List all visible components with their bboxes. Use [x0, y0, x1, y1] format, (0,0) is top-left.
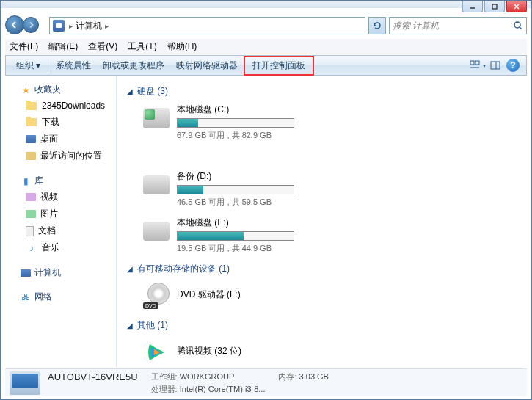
command-bar: 组织 ▾ 系统属性 卸载或更改程序 映射网络驱动器 打开控制面板 ▾ ? — [5, 55, 527, 76]
maximize-button[interactable] — [484, 1, 505, 12]
collapse-icon: ◢ — [127, 321, 133, 330]
dvd-icon: DVD — [143, 283, 170, 309]
svg-rect-7 — [475, 61, 479, 65]
menu-view[interactable]: 查看(V) — [84, 39, 122, 54]
computer-name: AUTOBVT-16VRE5U — [48, 371, 138, 382]
folder-icon — [26, 118, 37, 126]
svg-point-4 — [514, 22, 520, 28]
star-icon: ★ — [20, 84, 32, 96]
svg-rect-6 — [470, 61, 474, 65]
preview-pane-button[interactable] — [487, 57, 504, 73]
sidebar-item-pictures[interactable]: 图片 — [5, 206, 116, 222]
chevron-right-icon: ▸ — [69, 22, 73, 30]
sidebar-network-header[interactable]: 🖧 网络 — [5, 289, 116, 305]
recent-icon — [26, 152, 36, 160]
collapse-icon: ◢ — [127, 265, 133, 273]
content-pane: ◢硬盘 (3) 本地磁盘 (C:) 67.9 GB 可用 , 共 82.9 GB… — [117, 76, 527, 367]
menu-edit[interactable]: 编辑(E) — [44, 39, 82, 54]
computer-large-icon — [10, 371, 40, 395]
svg-rect-8 — [491, 62, 500, 69]
drive-d[interactable]: 备份 (D:) 46.5 GB 可用 , 共 59.5 GB — [142, 170, 318, 208]
picture-icon — [26, 210, 36, 218]
dvd-drive[interactable]: DVD DVD 驱动器 (F:) — [142, 281, 318, 310]
organize-button[interactable]: 组织 ▾ — [10, 57, 46, 75]
sidebar-favorites-header[interactable]: ★ 收藏夹 — [5, 82, 116, 98]
tencent-video-icon — [144, 340, 169, 365]
separator — [48, 59, 48, 72]
sidebar-computer-header[interactable]: 计算机 — [5, 265, 116, 280]
section-removable[interactable]: ◢有可移动存储的设备 (1) — [127, 263, 517, 275]
document-icon — [26, 226, 34, 236]
map-network-drive-button[interactable]: 映射网络驱动器 — [170, 57, 244, 75]
system-drive-icon — [143, 108, 170, 128]
system-properties-button[interactable]: 系统属性 — [50, 57, 97, 75]
help-icon: ? — [506, 59, 520, 72]
tencent-video-item[interactable]: 腾讯视频 (32 位) — [142, 338, 318, 367]
drive-icon — [143, 175, 170, 194]
video-icon — [26, 193, 36, 201]
desktop-icon — [26, 135, 36, 143]
menu-bar: 文件(F) 编辑(E) 查看(V) 工具(T) 帮助(H) — [5, 39, 527, 54]
capacity-bar — [177, 185, 294, 194]
collapse-icon: ◢ — [127, 87, 133, 95]
library-icon: ▮ — [20, 175, 32, 187]
sidebar-libraries-header[interactable]: ▮ 库 — [5, 173, 116, 189]
folder-icon — [26, 102, 37, 110]
sidebar-item-recent[interactable]: 最近访问的位置 — [5, 148, 116, 164]
drive-e[interactable]: 本地磁盘 (E:) 19.5 GB 可用 , 共 44.9 GB — [142, 217, 318, 254]
svg-rect-1 — [492, 4, 497, 9]
back-button[interactable] — [5, 15, 24, 34]
network-icon: 🖧 — [20, 291, 32, 303]
forward-button[interactable] — [23, 17, 39, 33]
navigation-pane: ★ 收藏夹 2345Downloads 下载 桌面 最近访问的位置 ▮ 库 视频… — [5, 76, 117, 367]
breadcrumb[interactable]: ▸ 计算机 ▸ — [69, 20, 109, 32]
minimize-button[interactable] — [462, 1, 483, 12]
details-pane: AUTOBVT-16VRE5U 工作组: WORKGROUP 内存: 3.03 … — [5, 368, 527, 396]
svg-line-5 — [520, 27, 522, 29]
drive-c[interactable]: 本地磁盘 (C:) 67.9 GB 可用 , 共 82.9 GB — [142, 103, 318, 141]
sidebar-item-videos[interactable]: 视频 — [5, 189, 116, 206]
open-control-panel-button[interactable]: 打开控制面板 — [244, 56, 314, 76]
breadcrumb-item[interactable]: 计算机 — [76, 20, 102, 32]
search-placeholder: 搜索 计算机 — [393, 20, 439, 32]
search-input[interactable]: 搜索 计算机 — [389, 17, 527, 34]
menu-help[interactable]: 帮助(H) — [163, 39, 202, 54]
capacity-bar — [177, 118, 294, 128]
menu-tools[interactable]: 工具(T) — [123, 39, 161, 54]
computer-icon — [53, 20, 65, 32]
drive-icon — [143, 222, 170, 241]
search-icon — [513, 21, 523, 31]
sidebar-item-2345downloads[interactable]: 2345Downloads — [5, 98, 116, 114]
computer-icon — [21, 269, 31, 277]
menu-file[interactable]: 文件(F) — [5, 39, 43, 54]
refresh-button[interactable] — [368, 17, 386, 34]
sidebar-item-downloads[interactable]: 下载 — [5, 114, 116, 131]
sidebar-item-music[interactable]: ♪音乐 — [5, 239, 116, 256]
help-button[interactable]: ? — [504, 57, 522, 73]
uninstall-programs-button[interactable]: 卸载或更改程序 — [97, 57, 170, 75]
music-icon: ♪ — [26, 242, 37, 254]
capacity-bar — [177, 231, 294, 241]
section-hard-disks[interactable]: ◢硬盘 (3) — [127, 85, 517, 98]
view-options-button[interactable]: ▾ — [469, 57, 487, 73]
address-bar[interactable]: ▸ 计算机 ▸ — [49, 17, 365, 34]
chevron-right-icon: ▸ — [105, 22, 109, 30]
close-button[interactable] — [506, 1, 527, 12]
sidebar-item-documents[interactable]: 文档 — [5, 222, 116, 239]
sidebar-item-desktop[interactable]: 桌面 — [5, 131, 116, 148]
section-other[interactable]: ◢其他 (1) — [127, 319, 517, 332]
